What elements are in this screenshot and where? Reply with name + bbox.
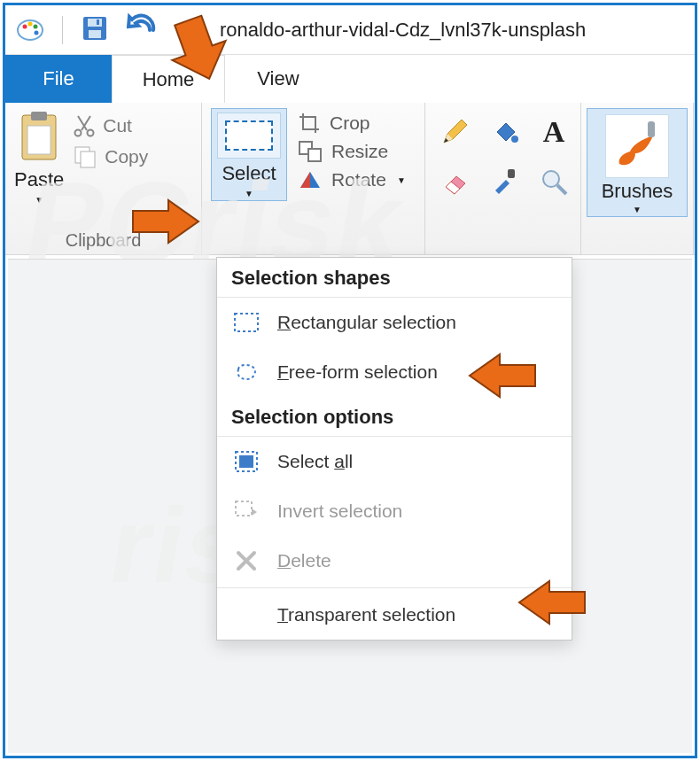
svg-point-13 — [88, 130, 94, 136]
svg-rect-19 — [508, 169, 515, 178]
menu-item-invert-selection: Invert selection — [217, 486, 572, 536]
text-tool[interactable]: A — [533, 112, 574, 152]
svg-point-2 — [28, 21, 33, 26]
svg-point-20 — [543, 171, 559, 187]
pencil-tool[interactable] — [434, 112, 475, 152]
fill-tool[interactable] — [484, 112, 525, 152]
svg-rect-23 — [235, 314, 258, 331]
menu-item-label: Free-form selection — [277, 361, 438, 383]
svg-point-12 — [75, 130, 82, 136]
tab-view[interactable]: View — [225, 55, 331, 103]
svg-rect-8 — [97, 19, 99, 25]
freeform-selection-icon — [231, 361, 261, 384]
annotation-arrow — [466, 353, 539, 399]
save-icon[interactable] — [79, 12, 111, 48]
menu-item-label: Transparent selection — [277, 604, 455, 625]
crop-label: Crop — [330, 113, 370, 134]
menu-item-label: Delete — [277, 550, 331, 571]
tab-file[interactable]: File — [5, 55, 112, 103]
separator — [62, 16, 63, 44]
annotation-arrow — [168, 14, 234, 83]
svg-rect-22 — [648, 121, 655, 137]
svg-line-21 — [557, 185, 566, 194]
svg-point-4 — [35, 30, 39, 35]
delete-icon — [231, 549, 261, 572]
magnifier-tool[interactable] — [533, 161, 574, 202]
svg-rect-26 — [236, 501, 252, 516]
menu-item-rectangular-selection[interactable]: Rectangular selection — [217, 298, 572, 347]
app-window: PCrisk ▼ ronaldo-arthur-vidal-Cdz_lvnl37… — [3, 3, 697, 758]
select-all-icon — [231, 450, 261, 473]
eraser-tool[interactable] — [434, 161, 475, 202]
menu-item-delete: Delete — [217, 536, 572, 586]
color-picker-tool[interactable] — [484, 161, 525, 202]
menu-header-options: Selection options — [217, 397, 572, 437]
undo-icon[interactable] — [127, 12, 159, 48]
svg-point-18 — [511, 136, 518, 143]
annotation-arrow — [516, 579, 588, 625]
brushes-button[interactable]: Brushes ▼ — [587, 108, 688, 217]
svg-point-3 — [34, 24, 38, 28]
menu-item-select-all[interactable]: Select all — [217, 437, 572, 486]
rectangular-selection-icon — [231, 312, 261, 333]
cut-button[interactable]: Cut — [69, 112, 152, 140]
invert-selection-icon — [231, 500, 261, 523]
cut-label: Cut — [103, 115, 132, 136]
annotation-arrow — [129, 198, 202, 245]
chevron-down-icon: ▼ — [633, 205, 642, 214]
group-tools: A — [425, 103, 581, 254]
brushes-label: Brushes — [602, 180, 673, 203]
group-label — [434, 227, 572, 252]
svg-rect-25 — [239, 455, 253, 468]
menu-item-label: Invert selection — [277, 501, 402, 522]
svg-point-1 — [23, 24, 27, 28]
svg-rect-7 — [89, 30, 101, 38]
menu-item-label: Rectangular selection — [277, 312, 456, 333]
menu-item-label: Select all — [277, 451, 353, 472]
svg-rect-10 — [31, 112, 47, 120]
menu-header-shapes: Selection shapes — [217, 258, 572, 298]
group-brushes: Brushes ▼ — [581, 103, 694, 254]
svg-rect-11 — [27, 126, 51, 154]
ribbon-tabs: File Home View — [5, 55, 695, 103]
document-title: ronaldo-arthur-vidal-Cdz_lvnl37k-unsplas… — [220, 19, 586, 42]
svg-rect-6 — [88, 19, 102, 27]
crop-button[interactable]: Crop — [294, 110, 409, 136]
paint-app-icon — [14, 12, 46, 48]
quick-access-toolbar: ▼ ronaldo-arthur-vidal-Cdz_lvnl37k-unspl… — [5, 5, 695, 55]
